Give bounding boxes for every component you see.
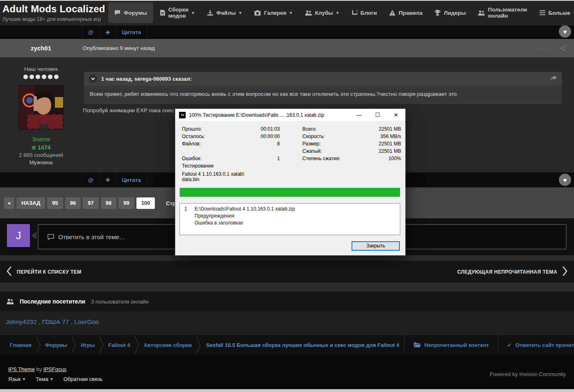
nav-item-mod-packs[interactable]: Сборки модов ▼ [154,1,201,25]
breadcrumb-author-packs[interactable]: Авторские сборки [140,342,196,348]
comment-icon [114,10,120,16]
nav-item-more[interactable]: Больше ▼ [533,1,574,25]
post-header-bar: zych01 Опубликовано 9 минут назад Жалоба [0,39,574,57]
visitor-link[interactable]: ГОША 77 [42,318,69,325]
stat-value: 22501 MB [339,125,401,133]
stats-values-left: 00:01:03 00:00:00 8 1 [225,125,280,162]
quote-collapse-icon[interactable] [89,75,97,83]
quote-button-label: Цитата [122,177,141,183]
log-line: Предупреждения: [180,213,400,220]
powered-by[interactable]: Powered by Invision Community [490,371,566,377]
post-author-name[interactable]: zych01 [0,39,82,57]
breadcrumb-separator-icon [71,336,77,354]
ipsfocus-link[interactable]: IPSFocus [43,366,66,372]
author-post-count: 2 885 сообщений [0,152,82,158]
share-icon[interactable] [560,45,566,53]
page-button-95[interactable]: 95 [47,197,63,209]
back-to-topic-list[interactable]: ПЕРЕЙТИ К СПИСКУ ТЕМ [7,261,82,283]
mark-site-read-link[interactable]: ✔ Отметить сайт прочитанным [498,335,574,355]
forum-page: Adult Mods Localized Лучшие моды 18+ для… [0,0,574,392]
nav-item-clubs[interactable]: Клубы ▼ [299,1,346,25]
breadcrumb-current-topic[interactable]: Sexfall 10.5 Большая сборка лучших обычн… [201,342,404,348]
first-page-button[interactable]: « [4,197,14,209]
nav-item-leaders[interactable]: Лидеры [429,1,472,25]
unread-content-link[interactable]: Непрочитанный контент [404,335,498,355]
page-button-99[interactable]: 99 [118,197,134,209]
mention-icon: @ [88,29,93,35]
quote-header: 1 час назад, serega-060693 сказал: [84,72,562,86]
current-user-avatar[interactable]: J [7,224,30,247]
reputation-pip [36,75,40,79]
page-button-97[interactable]: 97 [83,197,98,209]
breadcrumb-games[interactable]: Игры [77,342,99,348]
minimize-button[interactable]: — [350,109,368,121]
stat-value: 22501 MB [339,140,401,147]
chevron-down-icon: ▼ [238,11,243,15]
page-button-98[interactable]: 98 [101,197,116,209]
theme-menu[interactable]: Тема▼ [36,376,54,382]
multiquote-button[interactable]: ✚ [99,172,116,187]
nav-label: Правила [399,10,422,16]
reply-arrow-icon[interactable] [550,75,557,82]
nav-label: Галерея [264,10,286,16]
report-link[interactable]: Жалоба [530,39,550,57]
stat-value: 100% [339,155,401,162]
stat-label: Осталось: [182,133,227,140]
next-unread-topic[interactable]: СЛЕДУЮЩАЯ НЕПРОЧИТАННАЯ ТЕМА [457,261,567,283]
like-button[interactable]: ♥ [559,174,571,186]
breadcrumb-forums[interactable]: Форумы [41,342,72,348]
like-button[interactable]: ♥ [559,25,571,38]
ips-theme-link[interactable]: IPS Theme [8,366,35,372]
dialog-close-button[interactable]: Закрыть [352,241,400,251]
nav-item-blogs[interactable]: Блоги [346,1,383,25]
quote-button[interactable]: Цитата [116,25,147,39]
nav-item-online-users[interactable]: Пользователи онлайн [472,1,533,25]
log-error-text: Ошибка в заголовках [195,220,243,227]
breadcrumb: Главная Форумы Игры Fallout 4 Авторские … [0,335,574,355]
nav-label: Блоги [361,10,377,16]
close-button[interactable]: ✕ [387,109,405,121]
mention-button[interactable]: @ [82,172,99,187]
multiquote-button[interactable]: ✚ [99,25,116,39]
quote-button-label: Цитата [122,29,141,35]
log-line: Ошибка в заголовках [180,220,400,227]
unread-content-label: Непрочитанный контент [424,342,489,348]
stats-labels-left: Прошло: Осталось: Файлов: Ошибок: [182,125,227,162]
prev-page-button[interactable]: НАЗАД [16,197,45,209]
breadcrumb-fallout4[interactable]: Fallout 4 [104,342,134,348]
download-icon [207,10,213,16]
visitor-link[interactable]: LoorGoo [74,318,99,325]
nav-label: Клубы [315,10,333,16]
nav-item-forums[interactable]: Форумы [108,2,153,23]
users-icon [7,299,14,304]
nav-label: Лидеры [444,10,466,16]
site-title[interactable]: Adult Mods Localized [2,3,105,15]
visitor-link[interactable]: Johny4232 [6,318,37,325]
breadcrumb-home[interactable]: Главная [6,342,36,348]
quote-button[interactable]: Цитата [116,172,147,187]
quote-attribution[interactable]: 1 час назад, serega-060693 сказал: [101,76,192,82]
mention-button[interactable]: @ [82,25,99,39]
breadcrumb-separator-icon [36,336,41,354]
diagnostic-log[interactable]: 1 E:\Downloads\Fallout 4 1.10.163.0.1 xa… [179,203,400,235]
stat-value: 00:00:00 [225,133,280,140]
next-unread-label: СЛЕДУЮЩАЯ НЕПРОЧИТАННАЯ ТЕМА [457,269,557,275]
post-actions-top: @ ✚ Цитата ♥ [0,25,574,39]
nav-item-gallery[interactable]: Галерея ▼ [248,1,299,25]
feedback-link[interactable]: Обратная связь [64,376,103,382]
maximize-button[interactable]: ☐ [368,109,387,121]
language-menu[interactable]: Язык▼ [8,376,26,382]
page-button-96[interactable]: 96 [65,197,81,209]
maximize-icon: ☐ [375,112,380,118]
nav-item-rules[interactable]: Правила [383,1,429,25]
chevron-down-icon: ▼ [50,377,54,381]
dialog-titlebar[interactable]: 7z 100% Тестирование E:\Downloads\Fallo … [175,109,405,121]
avatar[interactable] [18,85,64,129]
nav-item-files[interactable]: Файлы ▼ [201,1,248,25]
breadcrumb-separator-icon [196,336,201,354]
chevron-left-icon [7,266,12,278]
reputation-pips [0,75,82,79]
page-button-100-current[interactable]: 100 [136,197,155,209]
trophy-icon [435,10,440,16]
reply-placeholder: Ответить в этой теме… [58,233,125,240]
